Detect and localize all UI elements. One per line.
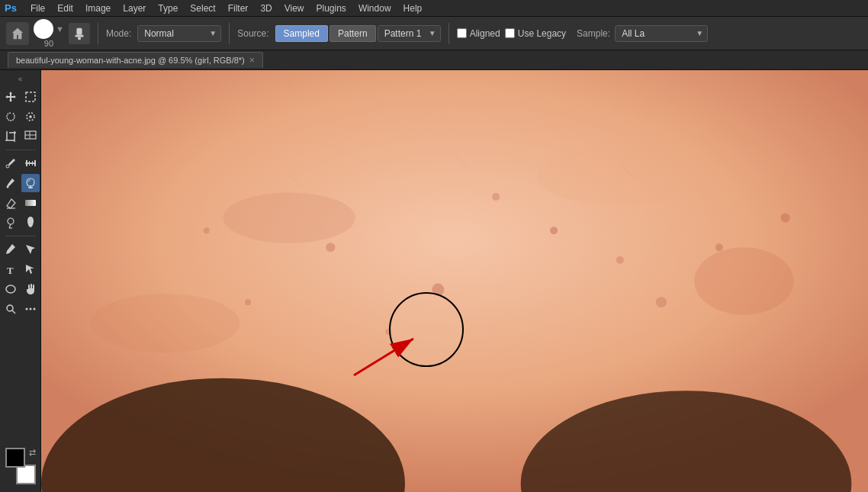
- swap-colors-icon[interactable]: ⇄: [29, 448, 36, 458]
- svg-rect-16: [29, 161, 30, 166]
- svg-point-38: [694, 247, 793, 314]
- menu-view[interactable]: View: [278, 3, 310, 14]
- eraser-tool[interactable]: [2, 194, 20, 212]
- svg-point-54: [41, 378, 405, 492]
- menu-filter[interactable]: Filter: [222, 3, 255, 14]
- clone-stamp-tool[interactable]: [21, 174, 40, 192]
- eyedropper-tool[interactable]: [2, 154, 20, 172]
- sample-dropdown[interactable]: All La Current Layer Current & Below: [615, 25, 708, 42]
- sample-label: Sample:: [577, 28, 610, 39]
- source-pattern-button[interactable]: Pattern: [330, 25, 376, 42]
- brush-dropdown-arrow[interactable]: ▼: [56, 24, 64, 34]
- svg-line-52: [455, 155, 471, 172]
- dodge-tool[interactable]: [2, 214, 20, 232]
- arrow-tool[interactable]: [21, 260, 40, 278]
- measure-tool[interactable]: [21, 154, 40, 172]
- source-sampled-button[interactable]: Sampled: [275, 25, 328, 42]
- tool-row-1: [2, 88, 40, 106]
- svg-point-33: [29, 308, 31, 310]
- document-canvas[interactable]: [41, 70, 868, 492]
- menu-type[interactable]: Type: [152, 3, 184, 14]
- slice-tool[interactable]: [21, 127, 40, 146]
- polygonal-lasso-tool[interactable]: [21, 108, 40, 126]
- lasso-tool[interactable]: [2, 108, 20, 126]
- menu-bar: Ps File Edit Image Layer Type Select Fil…: [0, 0, 868, 17]
- ellipse-tool[interactable]: [2, 280, 20, 298]
- svg-point-34: [33, 308, 35, 310]
- toolbox: «: [0, 70, 41, 492]
- move-tool[interactable]: [2, 88, 20, 106]
- use-legacy-group: Use Legacy: [505, 28, 566, 39]
- panel-collapse-arrows[interactable]: «: [18, 75, 23, 83]
- mode-dropdown[interactable]: Normal Darken Lighten Color Luminosity: [137, 25, 221, 42]
- menu-3d[interactable]: 3D: [254, 3, 278, 14]
- svg-point-40: [432, 284, 444, 296]
- menu-plugins[interactable]: Plugins: [310, 3, 352, 14]
- svg-point-45: [245, 299, 251, 305]
- svg-point-57: [391, 294, 461, 365]
- pattern-dropdown-wrap: Pattern 1 ▼: [378, 25, 441, 42]
- pen-tool[interactable]: [2, 240, 20, 259]
- home-button[interactable]: [6, 22, 29, 45]
- svg-point-46: [492, 193, 500, 201]
- color-swatch-area: ⇄: [4, 448, 37, 484]
- svg-rect-15: [26, 160, 27, 166]
- tool-row-5: [2, 174, 40, 192]
- menu-help[interactable]: Help: [397, 3, 429, 14]
- svg-point-5: [30, 116, 31, 117]
- tab-title: beautiful-young-woman-with-acne.jpg @ 69…: [16, 56, 245, 65]
- options-bar: ▼ 90 Mode: Normal Darken Lighten Color L…: [0, 17, 868, 50]
- tool-row-11: [2, 300, 40, 318]
- separator-1: [98, 23, 98, 44]
- source-label: Source:: [237, 28, 268, 39]
- svg-point-36: [223, 192, 355, 243]
- foreground-color-swatch[interactable]: [5, 448, 25, 468]
- type-tool[interactable]: T: [2, 260, 20, 278]
- tab-close-button[interactable]: ×: [249, 55, 255, 66]
- menu-select[interactable]: Select: [184, 3, 221, 14]
- svg-point-43: [656, 297, 667, 307]
- tool-sep-1: [5, 150, 36, 150]
- svg-point-13: [6, 165, 9, 168]
- main-area: «: [0, 70, 868, 492]
- svg-point-55: [521, 391, 852, 492]
- use-legacy-checkbox[interactable]: [505, 28, 515, 38]
- path-select-tool[interactable]: [21, 240, 40, 259]
- svg-point-37: [537, 146, 702, 205]
- svg-point-39: [91, 294, 240, 352]
- source-group: Sampled Pattern Pattern 1 ▼: [275, 25, 441, 42]
- aligned-label[interactable]: Aligned: [470, 28, 500, 39]
- tool-row-8: [2, 240, 40, 259]
- pattern-dropdown[interactable]: Pattern 1: [378, 25, 441, 42]
- svg-rect-21: [28, 187, 33, 188]
- select-rect-tool[interactable]: [21, 88, 40, 106]
- aligned-group: Aligned: [457, 28, 500, 39]
- svg-rect-3: [26, 92, 35, 101]
- hand-tool[interactable]: [21, 280, 40, 298]
- brush-preview-group: ▼ 90: [34, 19, 64, 48]
- svg-point-42: [326, 243, 335, 252]
- blur-tool[interactable]: [21, 214, 40, 232]
- gradient-tool[interactable]: [21, 194, 40, 212]
- svg-point-29: [6, 285, 15, 293]
- zoom-tool[interactable]: [2, 300, 20, 318]
- svg-point-32: [25, 308, 27, 310]
- aligned-checkbox[interactable]: [457, 28, 467, 38]
- more-tools-button[interactable]: [21, 300, 40, 318]
- brush-tool[interactable]: [2, 174, 20, 192]
- svg-point-41: [550, 227, 558, 234]
- menu-layer[interactable]: Layer: [117, 3, 152, 14]
- app-logo: Ps: [5, 2, 17, 14]
- crop-tool[interactable]: [2, 127, 20, 146]
- tool-row-4: [2, 154, 40, 172]
- menu-file[interactable]: File: [24, 3, 51, 14]
- document-tab[interactable]: beautiful-young-woman-with-acne.jpg @ 69…: [8, 52, 263, 68]
- menu-edit[interactable]: Edit: [51, 3, 79, 14]
- menu-image[interactable]: Image: [79, 3, 117, 14]
- tool-row-2: [2, 108, 40, 126]
- tool-icon-button[interactable]: [69, 23, 90, 44]
- svg-rect-35: [41, 70, 868, 492]
- menu-window[interactable]: Window: [352, 3, 397, 14]
- use-legacy-label[interactable]: Use Legacy: [518, 28, 566, 39]
- brush-preview[interactable]: [34, 19, 53, 39]
